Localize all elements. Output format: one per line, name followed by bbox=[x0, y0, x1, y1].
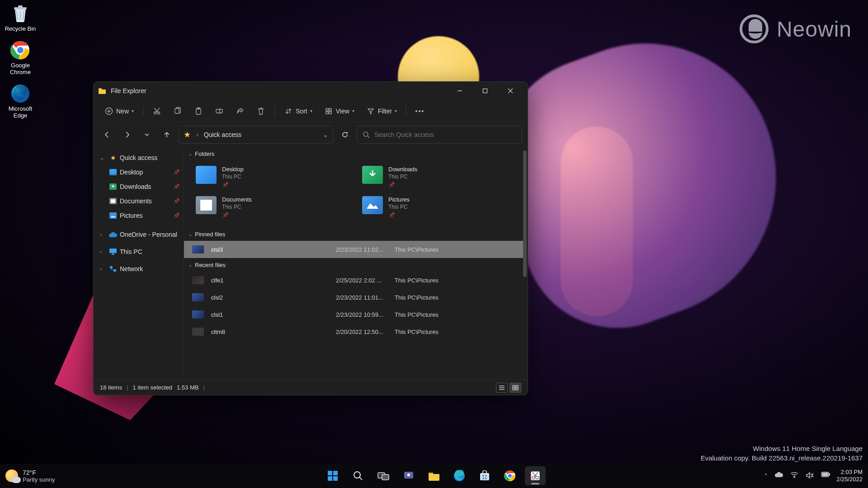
file-row[interactable]: clsl2 2/23/2022 11:01... This PC\Picture… bbox=[184, 289, 526, 306]
file-explorer-icon bbox=[98, 87, 106, 95]
scrollbar[interactable] bbox=[523, 150, 527, 277]
wifi-icon[interactable] bbox=[790, 472, 798, 480]
svg-rect-16 bbox=[326, 112, 328, 114]
taskbar-clock[interactable]: 2:03 PM 2/25/2022 bbox=[836, 469, 863, 483]
desktop-folder-icon bbox=[109, 168, 117, 176]
new-button[interactable]: New ▾ bbox=[100, 103, 138, 119]
star-icon: ★ bbox=[109, 154, 117, 162]
address-bar[interactable]: ★ › Quick access ⌄ bbox=[179, 126, 333, 144]
neowin-logo-icon bbox=[740, 14, 769, 43]
start-button[interactable] bbox=[322, 466, 343, 485]
view-button[interactable]: View ▾ bbox=[320, 103, 359, 119]
file-row[interactable]: clsl3 2/23/2022 11:02... This PC\Picture… bbox=[184, 241, 526, 258]
sidebar-item-network[interactable]: › Network bbox=[94, 262, 184, 276]
sidebar-item-quick-access[interactable]: ⌄ ★ Quick access bbox=[94, 150, 184, 165]
file-date: 2/20/2022 12:50... bbox=[336, 328, 395, 335]
rename-button[interactable] bbox=[210, 103, 228, 119]
copy-button[interactable] bbox=[169, 103, 187, 119]
view-icon bbox=[324, 107, 333, 116]
taskbar-snipping-tool[interactable] bbox=[525, 466, 546, 485]
sidebar-item-this-pc[interactable]: › This PC bbox=[94, 244, 184, 259]
window-titlebar[interactable]: File Explorer bbox=[94, 82, 528, 100]
file-thumbnail-icon bbox=[192, 276, 204, 284]
section-header-folders[interactable]: ⌄ Folders bbox=[184, 147, 526, 160]
file-path: This PC\Pictures bbox=[395, 328, 518, 335]
windows-evaluation-watermark: Windows 11 Home Single Language Evaluati… bbox=[701, 444, 863, 463]
share-button[interactable] bbox=[231, 103, 249, 119]
details-view-toggle[interactable] bbox=[496, 383, 508, 393]
refresh-button[interactable] bbox=[337, 127, 353, 143]
svg-rect-36 bbox=[333, 476, 338, 481]
minimize-button[interactable] bbox=[447, 82, 472, 100]
sidebar-item-desktop[interactable]: Desktop 📌 bbox=[94, 165, 184, 179]
thumbnails-view-toggle[interactable] bbox=[509, 383, 521, 393]
chevron-down-icon[interactable]: ⌄ bbox=[323, 131, 328, 138]
taskbar-edge[interactable] bbox=[449, 466, 470, 485]
onedrive-tray-icon[interactable] bbox=[775, 472, 783, 480]
view-label: View bbox=[336, 108, 349, 115]
file-row[interactable]: clfe1 2/25/2022 2:02 ... This PC\Picture… bbox=[184, 272, 526, 289]
folder-sub: This PC bbox=[388, 174, 417, 180]
pin-icon: 📌 bbox=[173, 198, 180, 204]
desktop-icon-chrome[interactable]: Google Chrome bbox=[1, 40, 40, 75]
file-path: This PC\Pictures bbox=[395, 246, 518, 253]
documents-folder-icon bbox=[196, 196, 217, 214]
section-header-pinned[interactable]: ⌄ Pinned files bbox=[184, 227, 526, 241]
more-button[interactable]: ••• bbox=[411, 103, 429, 119]
file-row[interactable]: cltm8 2/20/2022 12:50... This PC\Picture… bbox=[184, 323, 526, 340]
taskbar-chrome[interactable] bbox=[500, 466, 520, 485]
folder-name: Desktop bbox=[222, 166, 244, 173]
taskbar-search-button[interactable] bbox=[348, 466, 368, 485]
forward-button[interactable] bbox=[119, 127, 135, 143]
desktop-icon-recycle-bin[interactable]: Recycle Bin bbox=[1, 4, 40, 32]
eval-line: Evaluation copy. Build 22563.ni_release.… bbox=[701, 453, 863, 463]
task-view-button[interactable] bbox=[373, 466, 394, 485]
folder-card-pictures[interactable]: Pictures This PC 📌 bbox=[359, 193, 517, 221]
up-button[interactable] bbox=[159, 127, 175, 143]
navigation-pane: ⌄ ★ Quick access Desktop 📌 Downloads 📌 D… bbox=[94, 147, 184, 380]
filter-button[interactable]: Filter ▾ bbox=[362, 103, 401, 119]
sidebar-item-documents[interactable]: Documents 📌 bbox=[94, 194, 184, 208]
sidebar-item-onedrive[interactable]: › OneDrive - Personal bbox=[94, 227, 184, 242]
folder-card-documents[interactable]: Documents This PC 📌 bbox=[193, 193, 350, 221]
recent-locations-button[interactable] bbox=[139, 127, 155, 143]
sort-button[interactable]: Sort ▾ bbox=[279, 103, 317, 119]
folder-card-downloads[interactable]: Downloads This PC 📌 bbox=[359, 163, 517, 191]
search-input[interactable] bbox=[374, 131, 516, 138]
paste-button[interactable] bbox=[189, 103, 208, 119]
section-header-recent[interactable]: ⌄ Recent files bbox=[184, 258, 526, 272]
pin-icon: 📌 bbox=[222, 182, 244, 188]
svg-rect-23 bbox=[111, 199, 115, 203]
svg-rect-26 bbox=[112, 253, 114, 255]
new-label: New bbox=[116, 108, 129, 115]
volume-icon[interactable] bbox=[806, 472, 814, 480]
status-bar: 18 items | 1 item selected 1.53 MB | bbox=[94, 380, 528, 395]
delete-button[interactable] bbox=[252, 103, 270, 119]
chevron-down-icon: ▾ bbox=[352, 108, 354, 113]
svg-point-54 bbox=[794, 477, 795, 478]
folder-card-desktop[interactable]: Desktop This PC 📌 bbox=[193, 163, 350, 191]
file-name: cltm8 bbox=[211, 328, 336, 335]
battery-icon[interactable] bbox=[821, 472, 829, 480]
network-icon bbox=[109, 265, 117, 273]
filter-label: Filter bbox=[378, 108, 392, 115]
svg-rect-20 bbox=[109, 174, 117, 175]
taskbar-store[interactable] bbox=[474, 466, 495, 485]
close-button[interactable] bbox=[498, 82, 523, 100]
cut-button[interactable] bbox=[148, 103, 166, 119]
taskbar-weather-widget[interactable]: 72°F Partly sunny bbox=[5, 469, 55, 483]
address-location: Quick access bbox=[204, 131, 241, 138]
back-button[interactable] bbox=[99, 127, 115, 143]
file-row[interactable]: clsl1 2/23/2022 10:59... This PC\Picture… bbox=[184, 306, 526, 323]
nav-bar: ★ › Quick access ⌄ bbox=[94, 122, 528, 147]
search-bar[interactable] bbox=[357, 126, 522, 144]
taskbar-chat-button[interactable] bbox=[398, 466, 419, 485]
desktop-icon-label: Microsoft Edge bbox=[1, 105, 40, 119]
desktop-icon-edge[interactable]: Microsoft Edge bbox=[1, 84, 40, 119]
sidebar-item-downloads[interactable]: Downloads 📌 bbox=[94, 179, 184, 194]
taskbar-file-explorer[interactable] bbox=[424, 466, 444, 485]
svg-rect-14 bbox=[326, 108, 328, 111]
sidebar-item-pictures[interactable]: Pictures 📌 bbox=[94, 208, 184, 223]
maximize-button[interactable] bbox=[472, 82, 498, 100]
tray-overflow-button[interactable]: ˄ bbox=[764, 473, 768, 479]
